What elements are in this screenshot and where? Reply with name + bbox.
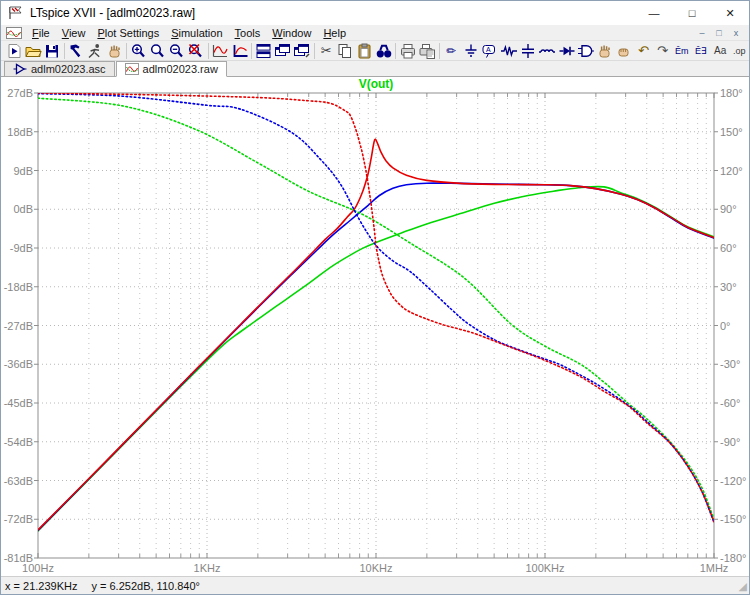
- y-right-label: -120°: [720, 475, 746, 487]
- text-button[interactable]: Aa: [711, 41, 730, 60]
- tab-adlm02023.raw[interactable]: adlm02023.raw: [116, 61, 227, 77]
- find-button[interactable]: [374, 41, 393, 60]
- toolbar-separator: [439, 43, 440, 59]
- net-label-button[interactable]: A: [480, 41, 499, 60]
- move-button[interactable]: [595, 41, 614, 60]
- y-right-label: 120°: [720, 165, 743, 177]
- wire-button[interactable]: ✏: [442, 41, 461, 60]
- ground-button[interactable]: [461, 41, 480, 60]
- toolbar-separator: [208, 43, 209, 59]
- rotate-button[interactable]: Êm: [672, 41, 691, 60]
- mirror-button[interactable]: Ê∃: [691, 41, 710, 60]
- cursor-x-readout: x = 21.239KHz: [5, 580, 77, 592]
- menu-tools[interactable]: Tools: [229, 26, 267, 40]
- y-left-label: -9dB: [10, 242, 33, 254]
- text-icon: Aa: [714, 46, 726, 56]
- print-preview-button[interactable]: [418, 41, 437, 60]
- undo-button[interactable]: ↶: [634, 41, 653, 60]
- autorange-button[interactable]: [211, 41, 230, 60]
- zoom-out-button[interactable]: [167, 41, 186, 60]
- toolbar-separator: [314, 43, 315, 59]
- mdi-minimize-button[interactable]: –: [695, 27, 709, 39]
- diode-button[interactable]: [557, 41, 576, 60]
- capacitor-button[interactable]: [519, 41, 538, 60]
- waveform-doc-icon: [6, 27, 22, 39]
- autorange-icon: [211, 43, 229, 59]
- zoom-out-icon: [168, 43, 186, 59]
- resistor-icon: [500, 43, 518, 59]
- tile-windows-button[interactable]: [254, 41, 273, 60]
- component-button[interactable]: [576, 41, 595, 60]
- drag-button[interactable]: [615, 41, 634, 60]
- net-label-icon: A: [481, 43, 499, 59]
- menu-help[interactable]: Help: [317, 26, 352, 40]
- menu-simulation[interactable]: Simulation: [165, 26, 228, 40]
- print-preview-icon: [418, 43, 436, 59]
- x-axis-label: 1MHz: [700, 562, 729, 574]
- halt-button[interactable]: [105, 41, 124, 60]
- toolbar-separator: [126, 43, 127, 59]
- control-panel-button[interactable]: [67, 41, 86, 60]
- y-left-label: -72dB: [4, 513, 33, 525]
- open-button[interactable]: [23, 41, 42, 60]
- paste-button[interactable]: [355, 41, 374, 60]
- toolbar: ✂✏A↶↷ÊmÊ∃Aa.op: [1, 41, 749, 61]
- tile-windows-icon: [255, 43, 273, 59]
- y-right-label: -90°: [720, 436, 740, 448]
- mdi-restore-button[interactable]: □: [712, 27, 726, 39]
- window-title: LTspice XVII - [adlm02023.raw]: [30, 6, 635, 20]
- menu-view[interactable]: View: [56, 26, 92, 40]
- redo-button[interactable]: ↷: [653, 41, 672, 60]
- y-left-label: 0dB: [13, 203, 33, 215]
- zoom-full-button[interactable]: [187, 41, 206, 60]
- toolbar-separator: [251, 43, 252, 59]
- menu-items: FileViewPlot SettingsSimulationToolsWind…: [26, 27, 352, 39]
- resize-grip[interactable]: ◢: [739, 580, 747, 593]
- plot-settings-icon: [231, 43, 249, 59]
- copy-button[interactable]: [336, 41, 355, 60]
- close-button[interactable]: ✕: [711, 1, 749, 25]
- tab-adlm02023.asc[interactable]: adlm02023.asc: [4, 61, 115, 76]
- y-right-label: -30°: [720, 358, 740, 370]
- arrange-windows-button[interactable]: [293, 41, 312, 60]
- toolbar-separator: [395, 43, 396, 59]
- menu-window[interactable]: Window: [266, 26, 317, 40]
- cut-button[interactable]: ✂: [317, 41, 336, 60]
- zoom-in-button[interactable]: [129, 41, 148, 60]
- mdi-close-button[interactable]: x: [729, 27, 743, 39]
- inductor-button[interactable]: [538, 41, 557, 60]
- y-right-label: 180°: [720, 87, 743, 99]
- spice-directive-icon: .op: [733, 46, 746, 56]
- y-right-label: 30°: [720, 281, 737, 293]
- inductor-icon: [538, 43, 556, 59]
- x-axis-label: 100Hz: [22, 562, 54, 574]
- menu-file[interactable]: File: [26, 26, 56, 40]
- cascade-windows-button[interactable]: [273, 41, 292, 60]
- zoom-full-icon: [187, 43, 205, 59]
- zoom-in-icon: [130, 43, 148, 59]
- halt-icon: [106, 43, 124, 59]
- waveform-pane: V(out)27dB180°18dB150°9dB120°0dB90°-9dB6…: [1, 77, 749, 576]
- y-right-label: 90°: [720, 203, 737, 215]
- waveform-plot[interactable]: V(out)27dB180°18dB150°9dB120°0dB90°-9dB6…: [1, 77, 750, 578]
- cut-icon: ✂: [321, 46, 332, 56]
- x-axis-label: 100KHz: [525, 562, 564, 574]
- y-left-label: -54dB: [4, 436, 33, 448]
- y-left-label: 27dB: [7, 87, 33, 99]
- print-button[interactable]: [398, 41, 417, 60]
- control-panel-icon: [67, 43, 85, 59]
- resistor-button[interactable]: [499, 41, 518, 60]
- zoom-back-button[interactable]: [148, 41, 167, 60]
- cascade-windows-icon: [274, 43, 292, 59]
- run-button[interactable]: [4, 41, 23, 60]
- minimize-button[interactable]: —: [635, 1, 673, 25]
- svg-text:A: A: [486, 46, 491, 53]
- capacitor-icon: [519, 43, 537, 59]
- plot-settings-button[interactable]: [230, 41, 249, 60]
- save-button[interactable]: [42, 41, 61, 60]
- spice-directive-button[interactable]: .op: [730, 41, 749, 60]
- maximize-button[interactable]: □: [673, 1, 711, 25]
- run-icon: [5, 43, 23, 59]
- run-simulation-button[interactable]: [86, 41, 105, 60]
- menu-plot-settings[interactable]: Plot Settings: [91, 26, 165, 40]
